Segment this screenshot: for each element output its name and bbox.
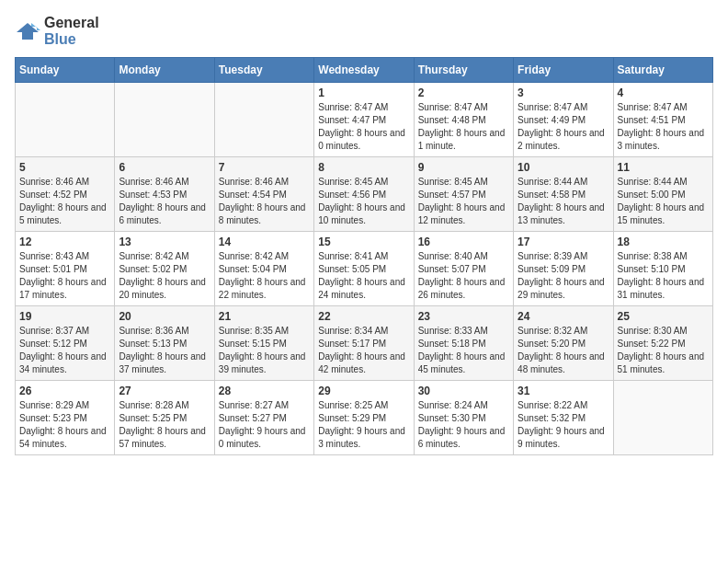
weekday-header-saturday: Saturday [613, 58, 712, 83]
day-number: 1 [318, 86, 409, 99]
calendar-week-1: 1Sunrise: 8:47 AM Sunset: 4:47 PM Daylig… [16, 83, 713, 157]
day-number: 28 [219, 385, 310, 397]
cell-info: Sunrise: 8:44 AM Sunset: 5:00 PM Dayligh… [618, 176, 709, 227]
day-number: 25 [618, 310, 709, 323]
calendar-cell: 6Sunrise: 8:46 AM Sunset: 4:53 PM Daylig… [115, 157, 214, 232]
day-number: 31 [518, 385, 609, 397]
calendar-cell: 23Sunrise: 8:33 AM Sunset: 5:18 PM Dayli… [414, 306, 513, 381]
cell-info: Sunrise: 8:41 AM Sunset: 5:05 PM Dayligh… [318, 250, 409, 302]
day-number: 18 [618, 236, 709, 248]
day-number: 14 [219, 236, 310, 248]
svg-marker-0 [17, 23, 39, 40]
day-number: 4 [618, 86, 709, 99]
weekday-header-sunday: Sunday [16, 58, 115, 83]
calendar-cell [214, 83, 313, 157]
header: General Blue [15, 15, 713, 48]
calendar-cell: 21Sunrise: 8:35 AM Sunset: 5:15 PM Dayli… [214, 306, 313, 381]
cell-info: Sunrise: 8:33 AM Sunset: 5:18 PM Dayligh… [418, 325, 509, 376]
calendar-cell: 9Sunrise: 8:45 AM Sunset: 4:57 PM Daylig… [414, 157, 513, 232]
cell-info: Sunrise: 8:47 AM Sunset: 4:48 PM Dayligh… [418, 101, 509, 153]
calendar-cell: 14Sunrise: 8:42 AM Sunset: 5:04 PM Dayli… [214, 232, 313, 306]
calendar-cell: 13Sunrise: 8:42 AM Sunset: 5:02 PM Dayli… [115, 232, 214, 306]
calendar-cell: 15Sunrise: 8:41 AM Sunset: 5:05 PM Dayli… [314, 232, 414, 306]
day-number: 20 [119, 310, 210, 323]
calendar-cell: 31Sunrise: 8:22 AM Sunset: 5:32 PM Dayli… [514, 381, 613, 455]
day-number: 10 [518, 161, 609, 174]
cell-info: Sunrise: 8:43 AM Sunset: 5:01 PM Dayligh… [19, 250, 110, 302]
calendar-cell: 5Sunrise: 8:46 AM Sunset: 4:52 PM Daylig… [16, 157, 115, 232]
cell-info: Sunrise: 8:46 AM Sunset: 4:54 PM Dayligh… [219, 176, 310, 227]
day-number: 23 [418, 310, 509, 323]
weekday-header-thursday: Thursday [414, 58, 513, 83]
calendar-week-3: 12Sunrise: 8:43 AM Sunset: 5:01 PM Dayli… [16, 232, 713, 306]
calendar-cell: 3Sunrise: 8:47 AM Sunset: 4:49 PM Daylig… [514, 83, 613, 157]
day-number: 27 [119, 385, 210, 397]
day-number: 22 [318, 310, 409, 323]
cell-info: Sunrise: 8:40 AM Sunset: 5:07 PM Dayligh… [418, 250, 509, 302]
calendar-cell: 20Sunrise: 8:36 AM Sunset: 5:13 PM Dayli… [115, 306, 214, 381]
calendar-cell: 11Sunrise: 8:44 AM Sunset: 5:00 PM Dayli… [613, 157, 712, 232]
cell-info: Sunrise: 8:28 AM Sunset: 5:25 PM Dayligh… [119, 399, 210, 451]
cell-info: Sunrise: 8:42 AM Sunset: 5:02 PM Dayligh… [119, 250, 210, 302]
day-number: 17 [518, 236, 609, 248]
calendar-cell: 7Sunrise: 8:46 AM Sunset: 4:54 PM Daylig… [214, 157, 313, 232]
day-number: 6 [119, 161, 210, 174]
calendar-cell: 28Sunrise: 8:27 AM Sunset: 5:27 PM Dayli… [214, 381, 313, 455]
day-number: 8 [318, 161, 409, 174]
weekday-header-monday: Monday [115, 58, 214, 83]
logo: General Blue [15, 15, 99, 48]
calendar-cell: 22Sunrise: 8:34 AM Sunset: 5:17 PM Dayli… [314, 306, 414, 381]
day-number: 11 [618, 161, 709, 174]
calendar-week-2: 5Sunrise: 8:46 AM Sunset: 4:52 PM Daylig… [16, 157, 713, 232]
calendar-week-4: 19Sunrise: 8:37 AM Sunset: 5:12 PM Dayli… [16, 306, 713, 381]
calendar-cell [613, 381, 712, 455]
logo-general: General [44, 15, 99, 30]
calendar-cell: 12Sunrise: 8:43 AM Sunset: 5:01 PM Dayli… [16, 232, 115, 306]
weekday-header-wednesday: Wednesday [314, 58, 414, 83]
calendar-cell: 29Sunrise: 8:25 AM Sunset: 5:29 PM Dayli… [314, 381, 414, 455]
cell-info: Sunrise: 8:47 AM Sunset: 4:47 PM Dayligh… [318, 101, 409, 153]
weekday-header-tuesday: Tuesday [214, 58, 313, 83]
calendar-cell: 30Sunrise: 8:24 AM Sunset: 5:30 PM Dayli… [414, 381, 513, 455]
calendar-cell: 25Sunrise: 8:30 AM Sunset: 5:22 PM Dayli… [613, 306, 712, 381]
cell-info: Sunrise: 8:46 AM Sunset: 4:52 PM Dayligh… [19, 176, 110, 227]
day-number: 15 [318, 236, 409, 248]
calendar-cell [115, 83, 214, 157]
calendar-cell: 8Sunrise: 8:45 AM Sunset: 4:56 PM Daylig… [314, 157, 414, 232]
calendar-cell: 16Sunrise: 8:40 AM Sunset: 5:07 PM Dayli… [414, 232, 513, 306]
day-number: 30 [418, 385, 509, 397]
day-number: 16 [418, 236, 509, 248]
logo-icon [15, 21, 40, 41]
day-number: 26 [19, 385, 110, 397]
calendar-cell: 17Sunrise: 8:39 AM Sunset: 5:09 PM Dayli… [514, 232, 613, 306]
cell-info: Sunrise: 8:39 AM Sunset: 5:09 PM Dayligh… [518, 250, 609, 302]
cell-info: Sunrise: 8:25 AM Sunset: 5:29 PM Dayligh… [318, 399, 409, 451]
cell-info: Sunrise: 8:36 AM Sunset: 5:13 PM Dayligh… [119, 325, 210, 376]
calendar-table: SundayMondayTuesdayWednesdayThursdayFrid… [15, 57, 713, 455]
cell-info: Sunrise: 8:42 AM Sunset: 5:04 PM Dayligh… [219, 250, 310, 302]
cell-info: Sunrise: 8:32 AM Sunset: 5:20 PM Dayligh… [518, 325, 609, 376]
logo-blue: Blue [44, 31, 76, 47]
calendar-cell: 24Sunrise: 8:32 AM Sunset: 5:20 PM Dayli… [514, 306, 613, 381]
day-number: 24 [518, 310, 609, 323]
day-number: 29 [318, 385, 409, 397]
day-number: 3 [518, 86, 609, 99]
cell-info: Sunrise: 8:46 AM Sunset: 4:53 PM Dayligh… [119, 176, 210, 227]
cell-info: Sunrise: 8:29 AM Sunset: 5:23 PM Dayligh… [19, 399, 110, 451]
calendar-cell: 4Sunrise: 8:47 AM Sunset: 4:51 PM Daylig… [613, 83, 712, 157]
cell-info: Sunrise: 8:37 AM Sunset: 5:12 PM Dayligh… [19, 325, 110, 376]
day-number: 7 [219, 161, 310, 174]
calendar-cell: 27Sunrise: 8:28 AM Sunset: 5:25 PM Dayli… [115, 381, 214, 455]
calendar-cell: 19Sunrise: 8:37 AM Sunset: 5:12 PM Dayli… [16, 306, 115, 381]
cell-info: Sunrise: 8:47 AM Sunset: 4:49 PM Dayligh… [518, 101, 609, 153]
weekday-header-friday: Friday [514, 58, 613, 83]
day-number: 13 [119, 236, 210, 248]
calendar-cell: 2Sunrise: 8:47 AM Sunset: 4:48 PM Daylig… [414, 83, 513, 157]
day-number: 5 [19, 161, 110, 174]
calendar-cell [16, 83, 115, 157]
cell-info: Sunrise: 8:45 AM Sunset: 4:57 PM Dayligh… [418, 176, 509, 227]
day-number: 21 [219, 310, 310, 323]
cell-info: Sunrise: 8:44 AM Sunset: 4:58 PM Dayligh… [518, 176, 609, 227]
calendar-cell: 1Sunrise: 8:47 AM Sunset: 4:47 PM Daylig… [314, 83, 414, 157]
calendar-cell: 26Sunrise: 8:29 AM Sunset: 5:23 PM Dayli… [16, 381, 115, 455]
